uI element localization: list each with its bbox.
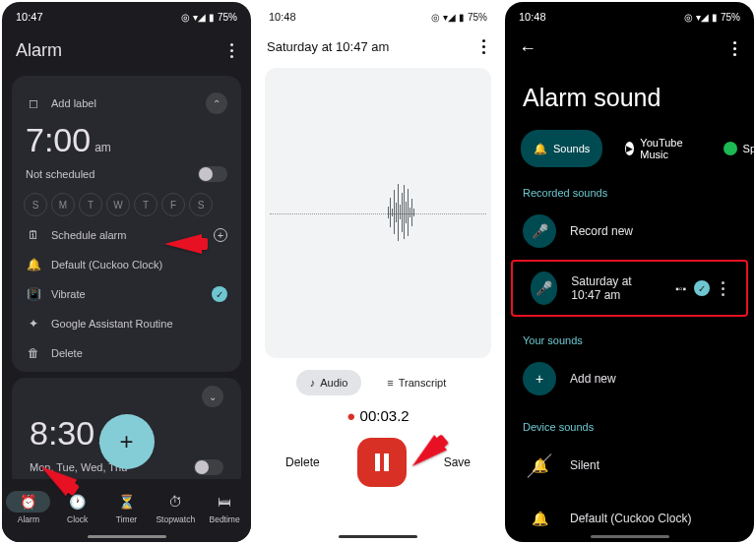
audio-icon: ♪ <box>310 377 316 389</box>
section-your: Your sounds <box>505 319 754 352</box>
waveform-area <box>265 68 491 358</box>
status-time: 10:48 <box>269 11 296 23</box>
vibrate-icon: 📳 <box>26 286 41 302</box>
assistant-icon: ✦ <box>26 316 41 332</box>
check-icon: ✓ <box>694 280 710 296</box>
record-new-row[interactable]: 🎤 Record new <box>505 205 754 258</box>
status-icons: ◎ ▾◢ ▮75% <box>684 12 740 23</box>
nav-clock[interactable]: 🕐Clock <box>54 491 101 524</box>
schedule-row: Not scheduled <box>16 159 237 189</box>
day-selector[interactable]: S M T W T F S <box>16 189 237 220</box>
gesture-bar <box>88 535 166 538</box>
alarm-icon: ⏰ <box>6 491 50 513</box>
phone-alarm-sound: 10:48 ◎ ▾◢ ▮75% ← Alarm sound 🔔Sounds ▶Y… <box>505 2 754 542</box>
alarm-toggle-2[interactable] <box>194 459 223 475</box>
record-dot-icon: ● <box>346 407 359 424</box>
app-header: Alarm <box>2 31 251 70</box>
status-bar: 10:48 ◎ ▾◢ ▮75% <box>505 2 754 31</box>
nav-timer[interactable]: ⏳Timer <box>102 491 150 524</box>
recorder-header: Saturday at 10:47 am <box>255 31 501 62</box>
check-icon[interactable]: ✓ <box>212 286 227 302</box>
add-icon[interactable]: + <box>214 228 227 242</box>
transcript-tab[interactable]: ≡Transcript <box>373 370 460 395</box>
bottom-nav: ⏰Alarm 🕐Clock ⏳Timer ⏱Stopwatch 🛏Bedtime <box>2 479 251 542</box>
status-bar: 10:48 ◎ ▾◢ ▮75% <box>255 2 501 31</box>
nav-alarm[interactable]: ⏰Alarm <box>5 491 52 524</box>
alarm-sound-row[interactable]: 🔔 Default (Cuckoo Clock) <box>16 250 237 279</box>
vibrate-row[interactable]: 📳 Vibrate ✓ <box>16 279 237 309</box>
silent-row[interactable]: 🔔 Silent <box>505 439 754 492</box>
mic-icon: 🎤 <box>523 214 556 248</box>
timer-icon: ⏳ <box>110 491 143 513</box>
trash-icon: 🗑 <box>26 345 41 361</box>
spotify-icon <box>724 142 737 155</box>
schedule-text: Not scheduled <box>26 168 94 180</box>
gesture-bar <box>591 535 669 538</box>
more-icon[interactable] <box>478 35 489 58</box>
silent-icon: 🔔 <box>523 449 556 482</box>
alarm-time[interactable]: 7:00am <box>16 121 237 159</box>
alarm-toggle[interactable] <box>198 166 227 182</box>
nav-bedtime[interactable]: 🛏Bedtime <box>201 491 248 524</box>
status-time: 10:47 <box>16 11 43 23</box>
bell-icon: 🔔 <box>26 257 41 272</box>
bedtime-icon: 🛏 <box>210 491 239 513</box>
add-new-row[interactable]: + Add new <box>505 352 754 405</box>
spotify-chip[interactable]: Spotify <box>711 130 754 167</box>
phone-alarm: 10:47 ◎ ▾◢ ▮75% Alarm ◻ Add label ⌃ 7:00… <box>2 2 251 542</box>
view-tabs: ♪Audio ≡Transcript <box>255 364 501 401</box>
delete-row[interactable]: 🗑 Delete <box>16 338 237 368</box>
audio-tab[interactable]: ♪Audio <box>296 370 362 395</box>
phone-recorder: 10:48 ◎ ▾◢ ▮75% Saturday at 10:47 am ♪Au… <box>255 2 501 542</box>
controls-row: Delete Save <box>255 430 501 495</box>
page-title: Alarm <box>16 40 62 61</box>
delete-button[interactable]: Delete <box>285 455 320 469</box>
more-icon[interactable] <box>718 277 728 300</box>
add-alarm-fab[interactable]: + <box>99 414 155 469</box>
recording-time: ● 00:03.2 <box>255 401 501 430</box>
gesture-bar <box>339 535 417 538</box>
timeline-line <box>270 213 486 214</box>
plus-icon: + <box>523 362 556 395</box>
label-icon: ◻ <box>26 95 41 111</box>
status-time: 10:48 <box>519 11 546 23</box>
collapse-icon[interactable]: ⌃ <box>206 92 227 114</box>
pause-button[interactable] <box>357 438 407 487</box>
more-icon[interactable] <box>729 37 740 60</box>
status-icons: ◎ ▾◢ ▮75% <box>181 12 237 23</box>
recording-title[interactable]: Saturday at 10:47 am <box>267 39 389 54</box>
source-chips: 🔔Sounds ▶YouTube Music Spotify <box>505 126 754 171</box>
section-device: Device sounds <box>505 405 754 439</box>
bell-icon: 🔔 <box>523 502 556 535</box>
youtube-music-chip[interactable]: ▶YouTube Music <box>612 130 700 167</box>
save-button[interactable]: Save <box>444 455 471 469</box>
annotation-arrow-1 <box>164 234 202 254</box>
expand-icon[interactable]: ⌄ <box>202 386 223 407</box>
highlight-box: 🎤 Saturday at 10:47 am ▪▫▪ ✓ <box>511 260 748 317</box>
bell-icon: 🔔 <box>534 143 547 155</box>
waveform <box>388 184 414 241</box>
mic-icon: 🎤 <box>531 272 557 305</box>
add-label-text: Add label <box>51 97 96 109</box>
more-icon[interactable] <box>226 39 237 62</box>
transcript-icon: ≡ <box>387 377 393 389</box>
alarm-card-1: ◻ Add label ⌃ 7:00am Not scheduled S M T… <box>12 76 241 372</box>
nav-stopwatch[interactable]: ⏱Stopwatch <box>152 491 199 524</box>
status-bar: 10:47 ◎ ▾◢ ▮75% <box>2 2 251 31</box>
saturday-recording-row[interactable]: 🎤 Saturday at 10:47 am ▪▫▪ ✓ <box>513 262 746 315</box>
stopwatch-icon: ⏱ <box>160 491 190 513</box>
bars-icon: ▪▫▪ <box>675 283 686 294</box>
add-label-row[interactable]: ◻ Add label ⌃ <box>16 86 237 121</box>
calendar-icon: 🗓 <box>26 227 41 243</box>
sounds-chip[interactable]: 🔔Sounds <box>521 130 602 167</box>
youtube-icon: ▶ <box>625 142 634 155</box>
header: ← <box>505 31 754 66</box>
section-recorded: Recorded sounds <box>505 171 754 205</box>
assistant-row[interactable]: ✦ Google Assistant Routine <box>16 309 237 338</box>
back-icon[interactable]: ← <box>519 38 536 59</box>
status-icons: ◎ ▾◢ ▮75% <box>431 12 487 23</box>
page-title: Alarm sound <box>505 66 754 126</box>
